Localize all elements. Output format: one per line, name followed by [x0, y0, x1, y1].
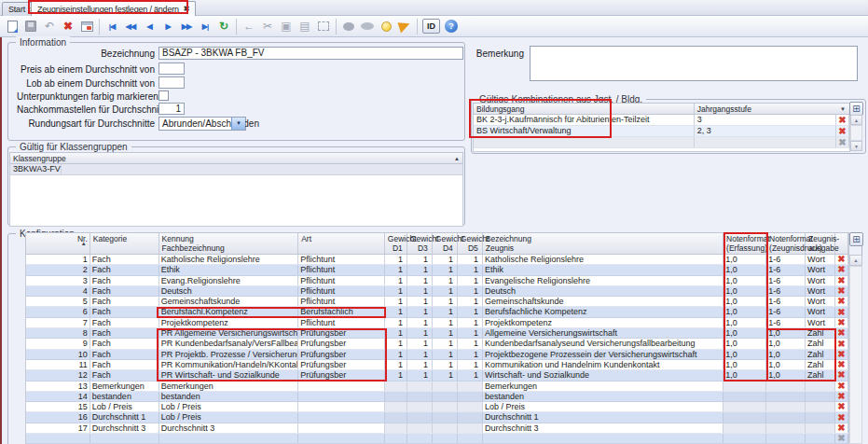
delete-row-icon[interactable]: ✖: [838, 116, 846, 125]
delete-row-icon[interactable]: ✖: [837, 392, 845, 401]
prev-record-button[interactable]: ◀: [140, 17, 158, 35]
lock-button[interactable]: [339, 17, 358, 35]
column-header-nr[interactable]: Nr.▲: [26, 233, 90, 254]
id-button[interactable]: ID: [422, 19, 440, 34]
cell-ausgabe: Wort: [806, 286, 835, 296]
cell-art: Pflichtunt: [298, 265, 385, 274]
table-row[interactable]: 13BemerkungenBemerkungenBemerkungen✖: [26, 382, 848, 392]
cell-kategorie: Fach: [90, 307, 159, 316]
cell-d1: 1: [385, 370, 407, 380]
scissors-icon: ✂: [263, 21, 272, 32]
new-record-button[interactable]: [3, 17, 21, 35]
cell-ausgabe: Wort: [806, 255, 835, 264]
rundungsart-select[interactable]: Abrunden/Abschneiden ▼: [158, 117, 246, 131]
column-header-druck[interactable]: Notenformat(Zeugnisdruck): [766, 233, 806, 254]
cell-d4: 1: [433, 328, 458, 338]
delete-button[interactable]: ✖: [59, 17, 77, 35]
kombinationen-column-chooser-button[interactable]: ⊞: [849, 102, 863, 116]
refresh-button[interactable]: ↻: [214, 17, 233, 35]
column-header-kennung[interactable]: KennungFachbezeichnung: [159, 233, 299, 254]
table-row[interactable]: 14bestandenbestandenbestanden✖: [26, 392, 848, 402]
delete-row-icon[interactable]: ✖: [837, 340, 845, 349]
delete-row-icon[interactable]: ✖: [837, 255, 845, 264]
announce-button[interactable]: [395, 17, 414, 35]
column-header-d3[interactable]: GewichtD3: [407, 233, 433, 254]
kombinationen-scroll-down[interactable]: ▼: [850, 141, 862, 151]
kombinationen-scrollbar[interactable]: [850, 125, 862, 141]
cell-ausgabe: [806, 392, 835, 401]
stamp-button[interactable]: [358, 17, 377, 35]
column-header-art[interactable]: Art: [298, 233, 385, 254]
cut-button[interactable]: ✂: [258, 17, 277, 35]
konfiguration-scrollbar[interactable]: [849, 266, 862, 444]
cell-d3: [407, 402, 433, 411]
delete-row-icon[interactable]: ✖: [837, 286, 845, 296]
main-content: Information Bezeichnung BSAZP - 3BKWA FB…: [0, 37, 868, 444]
delete-row-icon[interactable]: ✖: [837, 370, 845, 380]
last-record-button[interactable]: ▶|: [196, 17, 214, 35]
fast-backward-icon: ◀◀: [126, 22, 135, 31]
save-disk-icon: [25, 21, 36, 32]
lob-input[interactable]: [158, 76, 185, 89]
column-header-bezeichnung[interactable]: BezeichnungZeugnis: [483, 233, 723, 254]
next-record-button[interactable]: ▶: [158, 17, 177, 35]
konfiguration-scroll-up[interactable]: ▲: [849, 255, 862, 266]
delete-row-icon[interactable]: ✖: [837, 423, 845, 433]
cell-d1: 1: [385, 255, 407, 264]
delete-row-icon[interactable]: ✖: [837, 308, 845, 317]
column-header-d5[interactable]: GewichtD5: [458, 233, 483, 254]
next-page-button[interactable]: ▶▶: [177, 17, 196, 35]
delete-row-icon[interactable]: ✖: [838, 127, 846, 136]
delete-row-icon[interactable]: ✖: [837, 318, 845, 327]
cell-kategorie: Fach: [90, 276, 159, 285]
cell-kennung: Katholische Religionslehre: [159, 255, 299, 264]
cell-kennung: Bemerkungen: [159, 382, 299, 391]
cell-d4: 1: [433, 307, 458, 316]
delete-row-icon[interactable]: ✖: [837, 297, 845, 306]
help-button[interactable]: ?: [442, 17, 461, 35]
table-row[interactable]: 15Lob / PreisLob / PreisLob / Preis✖: [26, 402, 848, 412]
preis-input[interactable]: [158, 62, 185, 75]
kombinationen-scroll-up[interactable]: ▲: [850, 115, 862, 125]
column-header-klassengruppe[interactable]: Klassengruppe ▲: [10, 153, 462, 163]
paste-button[interactable]: ▤: [296, 17, 314, 35]
column-header-kategorie[interactable]: Kategorie: [90, 233, 159, 254]
list-item[interactable]: 3BKWA3-FV: [10, 164, 462, 175]
delete-row-icon[interactable]: ✖: [837, 382, 845, 391]
column-header-jahrgangsstufe[interactable]: Jahrgangsstufe▼: [695, 104, 849, 114]
delete-row-icon[interactable]: ✖: [837, 265, 845, 274]
delete-row-icon[interactable]: ✖: [837, 276, 845, 285]
prev-page-button[interactable]: ◀◀: [121, 17, 140, 35]
delete-row-icon[interactable]: ✖: [837, 402, 845, 411]
data-form-button[interactable]: [77, 17, 96, 35]
back-arrow-button[interactable]: ←: [240, 17, 258, 35]
table-row[interactable]: 16Durchschnitt 1Lob / PreisDurchschnitt …: [26, 412, 848, 423]
bemerkung-textarea[interactable]: [530, 46, 858, 81]
hint-button[interactable]: [377, 17, 395, 35]
save-button[interactable]: [21, 17, 40, 35]
delete-row-icon[interactable]: ✖: [837, 360, 845, 369]
first-record-button[interactable]: |◀: [103, 17, 121, 35]
nachkommastellen-input[interactable]: 1: [158, 103, 185, 115]
cell-kennung: Ethik: [159, 265, 299, 274]
delete-row-icon[interactable]: ✖: [837, 413, 845, 423]
table-row[interactable]: 17Durchschnitt 3Durchschnitt 3Durchschni…: [26, 423, 848, 434]
cell-nr: 7: [26, 318, 90, 327]
filter-dropdown-icon[interactable]: ▼: [840, 104, 846, 114]
cell-bezeichnung: Projektbezogene Prozessein der Versicher…: [483, 350, 723, 359]
unterpunktungen-checkbox[interactable]: [158, 90, 169, 101]
delete-row-icon[interactable]: ✖: [837, 350, 845, 359]
chevron-down-icon[interactable]: ▼: [231, 118, 245, 130]
copy-button[interactable]: ▣: [277, 17, 296, 35]
bezeichnung-input[interactable]: BSAZP - 3BKWA FB_FV: [158, 47, 463, 60]
select-region-button[interactable]: [314, 17, 333, 35]
konfiguration-column-chooser-button[interactable]: ⊞: [849, 232, 863, 246]
column-header-ausgabe[interactable]: Zeugnis-ausgabe: [806, 233, 835, 254]
cell-kategorie: Fach: [90, 318, 159, 327]
cell-d5: 1: [458, 307, 483, 316]
column-header-d4[interactable]: GewichtD4: [433, 233, 458, 254]
delete-row-icon[interactable]: ✖: [837, 328, 845, 338]
column-header-d1[interactable]: GewichtD1: [385, 233, 407, 254]
cell-kategorie: Durchschnitt 3: [90, 423, 159, 433]
undo-button[interactable]: ↶: [40, 17, 59, 35]
